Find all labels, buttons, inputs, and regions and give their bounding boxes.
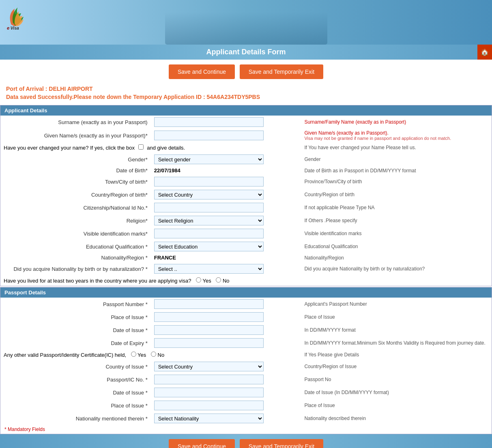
dob-hint: Date of Birth as in Passport in DD/MM/YY… [301, 166, 492, 175]
applicant-section-header: Applicant Details [0, 105, 492, 116]
country-issue-row: Country of Issue * Select Country Countr… [0, 360, 492, 373]
passport-ic-hint: Passport No [301, 373, 492, 386]
nationality-value: FRANCE [154, 255, 176, 261]
place-issue2-input[interactable] [154, 401, 264, 410]
passport-form-table: Passport Number * Applicant's Passport N… [0, 298, 492, 425]
visible-marks-row: Visible identification marks* Visible id… [0, 227, 492, 240]
given-name-input-cell [151, 129, 301, 142]
religion-select[interactable]: Select Religion Hindu Muslim Christian S… [154, 216, 264, 225]
passport-number-hint: Applicant's Passport Number [301, 298, 492, 311]
education-hint: Educational Qualification [301, 240, 492, 253]
citizenship-label: Citizenship/National Id No.* [0, 201, 151, 214]
country-issue-select-cell: Select Country [151, 360, 301, 373]
acquire-nat-hint: Did you acquire Nationality by birth or … [301, 262, 492, 275]
passport-number-input[interactable] [154, 299, 264, 309]
header-banner: e Visa [0, 0, 492, 45]
country-birth-select[interactable]: Select Country [154, 190, 264, 199]
nationality-therein-row: Nationality mentioned therein * Select N… [0, 412, 492, 425]
passport-ic-input[interactable] [154, 375, 264, 384]
nationality-therein-label: Nationality mentioned therein * [0, 412, 151, 425]
passport-number-label: Passport Number * [0, 298, 151, 311]
place-issue-hint: Place of Issue [301, 311, 492, 324]
other-passport-row: Any other valid Passport/Identity Certif… [0, 349, 492, 360]
other-passport-cell: Any other valid Passport/Identity Certif… [0, 349, 301, 360]
port-arrival: Port of Arrival : DELHI AIRPORT [6, 86, 486, 92]
given-name-label: Given Name/s (exactly as in your Passpor… [0, 129, 151, 142]
nationality-therein-hint: Nationality described therein [301, 412, 492, 425]
footer-button-bar: Save and Continue Save and Temporarily E… [0, 434, 492, 448]
gender-hint: Gender [301, 153, 492, 166]
date-issue2-input-cell [151, 386, 301, 399]
date-issue-input[interactable] [154, 325, 264, 335]
top-button-bar: Save and Continue Save and Temporarily E… [0, 60, 492, 84]
town-input-cell [151, 175, 301, 188]
education-select[interactable]: Select Education Below Matriculation Mat… [154, 242, 264, 251]
page-title: Applicant Details Form [0, 45, 492, 60]
name-change-hint: If You have ever changed your Name Pleas… [301, 142, 492, 153]
date-issue2-input[interactable] [154, 388, 264, 397]
education-select-cell: Select Education Below Matriculation Mat… [151, 240, 301, 253]
gender-select-cell: Select gender Male Female Transgender [151, 153, 301, 166]
date-issue2-row: Date of Issue * Date of Issue (In DD/MM/… [0, 386, 492, 399]
save-continue-button-bottom[interactable]: Save and Continue [169, 439, 235, 448]
citizenship-input[interactable] [154, 203, 264, 212]
lived-no-radio[interactable] [216, 277, 221, 283]
title-text: Applicant Details Form [206, 48, 286, 56]
date-issue-row: Date of Issue * In DD/MM/YYYY format [0, 324, 492, 337]
country-issue-select[interactable]: Select Country [154, 362, 264, 371]
dob-label: Date of Birth* [0, 166, 151, 175]
other-passport-yes-label: Yes [138, 352, 146, 358]
date-issue-label: Date of Issue * [0, 324, 151, 337]
nationality-label: Nationality/Region * [0, 253, 151, 262]
save-exit-button-bottom[interactable]: Save and Temporarily Exit [240, 439, 323, 448]
visible-marks-input[interactable] [154, 229, 264, 238]
lived-two-years-cell: Have you lived for at least two years in… [0, 275, 301, 286]
date-issue2-label: Date of Issue * [0, 386, 151, 399]
save-continue-button-top[interactable]: Save and Continue [169, 64, 235, 79]
other-passport-yes-radio[interactable] [131, 352, 136, 357]
gender-select[interactable]: Select gender Male Female Transgender [154, 154, 264, 164]
dob-row: Date of Birth* 22/07/1984 Date of Birth … [0, 166, 492, 175]
name-change-checkbox[interactable] [138, 144, 144, 150]
surname-input-cell [151, 116, 301, 129]
given-name-input[interactable] [154, 131, 264, 140]
other-passport-no-radio[interactable] [151, 352, 156, 357]
date-issue-hint: In DD/MM/YYYY format [301, 324, 492, 337]
passport-section-header: Passport Details [0, 287, 492, 298]
place-issue-row: Place of Issue * Place of Issue [0, 311, 492, 324]
svg-text:e: e [7, 26, 9, 30]
acquire-nat-select[interactable]: Select .. By Birth By Naturalization [154, 264, 264, 274]
dob-value: 22/07/1984 [154, 167, 180, 174]
save-exit-button-top[interactable]: Save and Temporarily Exit [240, 64, 323, 79]
other-passport-hint: If Yes Please give Details [301, 349, 492, 360]
place-issue2-row: Place of Issue * Place of Issue [0, 399, 492, 412]
town-hint: Province/Town/City of birth [301, 175, 492, 188]
acquire-nat-row: Did you acquire Nationality by birth or … [0, 262, 492, 275]
other-passport-no-label: No [158, 352, 165, 358]
lived-yes-label: Yes [202, 278, 211, 284]
passport-details-section: Passport Details Passport Number * Appli… [0, 287, 492, 434]
lived-yes-radio[interactable] [196, 277, 201, 283]
given-name-row: Given Name/s (exactly as in your Passpor… [0, 129, 492, 142]
citizenship-input-cell [151, 201, 301, 214]
nationality-therein-select[interactable]: Select Nationality [154, 414, 264, 423]
place-issue-input[interactable] [154, 312, 264, 322]
date-issue2-hint: Date of Issue (In DD/MM/YYYY format) [301, 386, 492, 399]
place-issue-input-cell [151, 311, 301, 324]
country-issue-label: Country of Issue * [0, 360, 151, 373]
passport-number-input-cell [151, 298, 301, 311]
home-icon[interactable]: 🏠 [477, 45, 492, 60]
town-input[interactable] [154, 177, 264, 186]
place-issue2-label: Place of Issue * [0, 399, 151, 412]
place-issue-label: Place of Issue * [0, 311, 151, 324]
mandatory-note: * Mandatory Fields [0, 425, 492, 434]
citizenship-hint: If not applicable Please Type NA [301, 201, 492, 214]
acquire-nat-select-cell: Select .. By Birth By Naturalization [151, 262, 301, 275]
country-birth-row: Country/Region of birth* Select Country … [0, 188, 492, 201]
date-expiry-input[interactable] [154, 338, 264, 348]
date-expiry-row: Date of Expiry * In DD/MM/YYYY format.Mi… [0, 337, 492, 349]
country-birth-label: Country/Region of birth* [0, 188, 151, 201]
passport-ic-label: Passport/IC No. * [0, 373, 151, 386]
surname-input[interactable] [154, 117, 264, 127]
visible-marks-input-cell [151, 227, 301, 240]
